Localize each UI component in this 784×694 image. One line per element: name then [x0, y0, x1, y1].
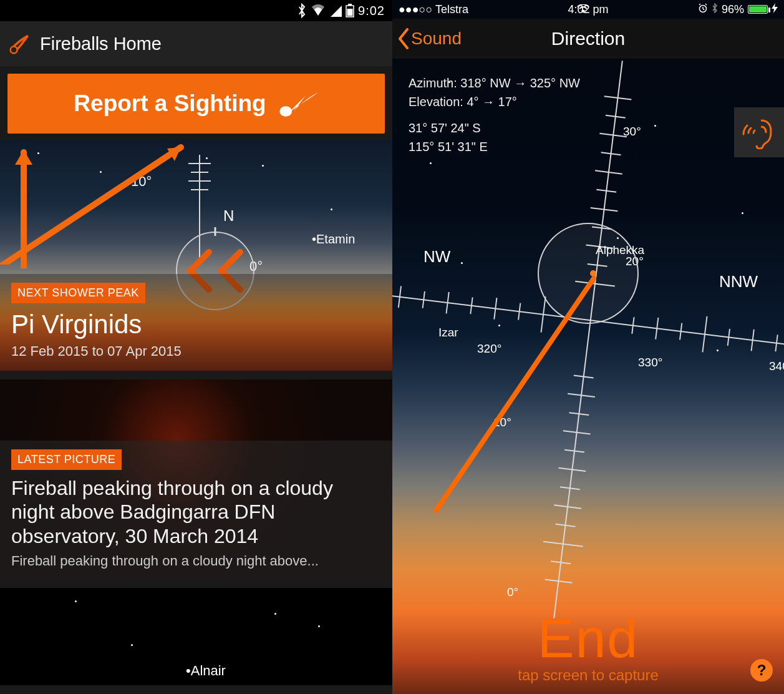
home-content: Report a Sighting	[0, 66, 392, 694]
wifi-icon	[311, 4, 326, 17]
fireball-icon	[278, 89, 319, 118]
star-etamin-label: •Etamin	[312, 232, 355, 247]
tap-hint: tap screen to capture	[518, 667, 658, 684]
android-status-bar: 9:02	[0, 0, 392, 21]
app-bar: Fireballs Home	[0, 21, 392, 66]
nav-title: Direction	[551, 28, 625, 49]
status-time: 4:02 pm	[568, 3, 608, 16]
nnw-label: NNW	[719, 272, 758, 291]
carrier-label: ●●●○○ Telstra	[399, 3, 468, 16]
app-bar-title: Fireballs Home	[40, 34, 162, 54]
report-sighting-label: Report a Sighting	[74, 90, 266, 117]
tick-el0: 0°	[507, 585, 518, 599]
tick-el30: 30°	[623, 125, 641, 139]
battery-icon	[346, 4, 354, 17]
shower-name: Pi Virginids	[11, 310, 381, 340]
bluetooth-icon	[297, 3, 307, 18]
star-alphekka-label: Alphekka	[596, 243, 644, 257]
battery-icon	[748, 5, 768, 14]
latest-picture-badge: LATEST PICTURE	[11, 449, 122, 470]
svg-line-58	[436, 278, 594, 511]
nw-label: NW	[423, 247, 450, 266]
alarm-icon	[698, 3, 708, 16]
cell-signal-icon	[329, 4, 342, 17]
help-label: ?	[757, 662, 767, 679]
back-button[interactable]: Sound	[397, 19, 462, 59]
svg-rect-1	[348, 4, 352, 6]
fireball-logo-icon	[9, 32, 31, 55]
shower-overlay: NEXT SHOWER PEAK Pi Virginids 12 Feb 201…	[0, 274, 392, 371]
direction-ray	[417, 273, 617, 523]
next-shower-badge: NEXT SHOWER PEAK	[11, 283, 145, 303]
status-time: 9:02	[358, 4, 385, 18]
ios-screen[interactable]: ●●●○○ Telstra 4:02 pm 96% Sound Directio…	[392, 0, 784, 694]
svg-point-3	[11, 47, 17, 54]
ios-nav-bar: Sound Direction	[392, 19, 784, 59]
back-label: Sound	[411, 29, 462, 49]
compass-n-label: N	[223, 207, 234, 225]
battery-percent: 96%	[722, 3, 744, 16]
report-sighting-button[interactable]: Report a Sighting	[7, 74, 385, 134]
tick-az340: 340°	[769, 359, 784, 373]
android-screen: 9:02 Fireballs Home Report a Sighting	[0, 0, 392, 694]
help-button[interactable]: ?	[750, 659, 773, 682]
starfield-card[interactable]: •Alnair	[0, 588, 392, 685]
next-shower-card[interactable]: 10° 0° N •Etamin NEXT SHOWER PEAK Pi Vir…	[0, 140, 392, 371]
picture-headline: Fireball peaking through on a cloudy nig…	[11, 476, 381, 548]
picture-overlay: LATEST PICTURE Fireball peaking through …	[0, 441, 392, 579]
svg-point-4	[279, 106, 292, 117]
star-alnair-label: •Alnair	[186, 663, 226, 679]
bluetooth-icon	[712, 3, 718, 16]
charging-icon	[772, 3, 778, 16]
latest-picture-card[interactable]: LATEST PICTURE Fireball peaking through …	[0, 379, 392, 579]
audio-cue-button[interactable]	[734, 107, 784, 157]
shower-dates: 12 Feb 2015 to 07 Apr 2015	[11, 343, 381, 359]
capture-cta[interactable]: End tap screen to capture	[518, 613, 658, 684]
svg-rect-2	[347, 9, 353, 16]
tick-az330: 330°	[638, 356, 662, 369]
meteor-arrow-2	[5, 137, 55, 268]
svg-marker-15	[15, 150, 32, 165]
end-label: End	[518, 613, 658, 663]
picture-subtext: Fireball peaking through on a cloudy nig…	[11, 553, 381, 569]
ios-status-bar: ●●●○○ Telstra 4:02 pm 96%	[392, 0, 784, 19]
